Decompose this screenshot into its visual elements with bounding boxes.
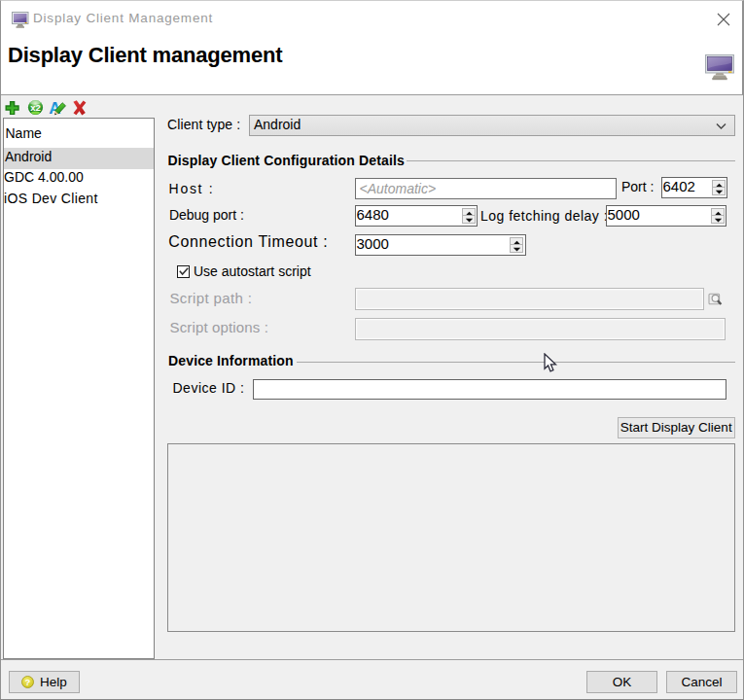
svg-text:?: ? bbox=[25, 677, 31, 687]
svg-text:x2: x2 bbox=[30, 102, 41, 113]
